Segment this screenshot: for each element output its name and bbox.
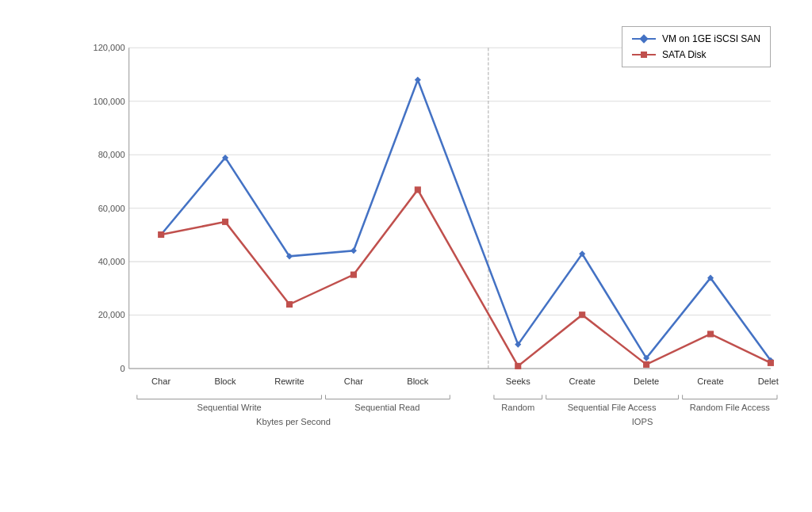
legend-label-blue: VM on 1GE iSCSI SAN [662,33,760,44]
point-red-3 [350,272,357,278]
chart-container: VM on 1GE iSCSI SAN SATA Disk 120,000 10… [17,10,795,502]
svg-text:0: 0 [120,364,124,373]
svg-text:Delete: Delete [758,376,779,386]
svg-text:100,000: 100,000 [93,97,124,106]
legend-label-red: SATA Disk [662,49,707,60]
svg-text:Create: Create [697,376,723,386]
svg-text:80,000: 80,000 [98,150,125,159]
svg-text:Rewrite: Rewrite [274,376,304,386]
svg-text:Kbytes per Second: Kbytes per Second [256,417,331,426]
legend-item-red: SATA Disk [632,49,760,60]
svg-text:IOPS: IOPS [632,417,653,426]
svg-text:Create: Create [569,376,596,386]
svg-text:Random File Access: Random File Access [690,403,771,412]
chart-legend: VM on 1GE iSCSI SAN SATA Disk [622,26,771,67]
point-red-2 [286,301,293,308]
point-red-7 [643,361,649,368]
point-red-1 [222,219,228,225]
legend-item-blue: VM on 1GE iSCSI SAN [632,33,760,44]
svg-text:Sequential File Access: Sequential File Access [568,403,657,412]
svg-text:40,000: 40,000 [98,257,125,266]
svg-text:Sequential Read: Sequential Read [354,403,419,412]
svg-text:Sequential Write: Sequential Write [197,403,261,412]
point-red-9 [768,360,774,366]
point-red-8 [707,331,714,337]
svg-text:Seeks: Seeks [506,376,530,386]
svg-text:120,000: 120,000 [93,43,124,52]
point-red-5 [515,363,521,369]
svg-text:Block: Block [214,376,236,386]
chart-svg: 120,000 100,000 80,000 60,000 40,000 20,… [81,26,779,438]
point-blue-4 [415,77,421,83]
svg-text:Random: Random [501,403,534,412]
point-red-0 [158,231,164,238]
svg-text:Delete: Delete [634,376,659,386]
svg-text:Block: Block [407,376,429,386]
svg-text:60,000: 60,000 [98,204,125,213]
svg-text:Char: Char [151,376,170,386]
svg-text:20,000: 20,000 [98,310,125,319]
point-red-6 [579,311,585,318]
point-blue-3 [350,247,357,254]
point-red-4 [415,186,421,193]
svg-text:Char: Char [344,376,363,386]
